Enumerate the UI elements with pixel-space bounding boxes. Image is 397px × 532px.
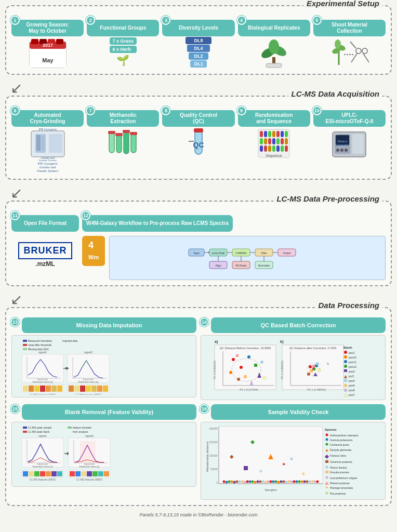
svg-rect-58 — [281, 138, 284, 144]
svg-rect-46 — [260, 131, 263, 137]
svg-point-288 — [311, 480, 314, 483]
step-15-image: LC-MS peak sample LC-MS peak blank featu… — [11, 422, 196, 487]
svg-rect-123 — [34, 385, 39, 392]
preproc-steps-row: 11 Open File Format BRUKER .mzML 12 W4M-… — [11, 211, 386, 280]
step-12-image: 4Wm Input xcms Peak CA — [82, 232, 386, 280]
dl-box-8: DL8 — [186, 37, 211, 44]
bruker-logo: BRUKER — [18, 242, 72, 259]
experimental-setup-section: Experimental Setup 1 Growing Season:May … — [5, 5, 392, 75]
svg-point-279 — [288, 480, 290, 483]
svg-rect-316 — [325, 471, 328, 473]
svg-rect-223 — [23, 471, 28, 476]
svg-text:Corporation: Corporation — [336, 143, 349, 147]
svg-point-76 — [345, 149, 348, 152]
svg-text:CAMERA: CAMERA — [235, 251, 247, 255]
experimental-title: Experimental Setup — [303, 0, 382, 8]
data-processing-section: Data Processing 13 Missing Data Imputati… — [5, 307, 392, 506]
svg-rect-131 — [74, 385, 80, 392]
step-5-image — [313, 36, 386, 69]
svg-rect-169 — [313, 368, 315, 370]
step-4-label: Biological Replicates — [238, 20, 310, 36]
step-5-wrapper: 5 Shoot MaterialCollection — [313, 16, 386, 69]
svg-text:PC 2 (1.8860%): PC 2 (1.8860%) — [281, 360, 284, 379]
step-11-image: BRUKER .mzML — [11, 232, 79, 273]
svg-point-264 — [249, 480, 252, 483]
step-12-wrapper: 12 W4M-Galaxy Workflow to Pre-process Ra… — [82, 211, 386, 280]
svg-rect-28 — [36, 135, 41, 151]
step-5-number: 5 — [312, 16, 322, 25]
svg-text:Feeder System: Feeder System — [39, 159, 57, 161]
svg-text:Geranium pratense: Geranium pratense — [330, 460, 352, 463]
step-14-image: a) b) QC Distance Before Correction: 16.… — [201, 335, 386, 400]
svg-text:noise filter threshold: noise filter threshold — [28, 343, 51, 347]
svg-text:Festuca rubra: Festuca rubra — [330, 454, 346, 457]
svg-rect-52 — [285, 131, 288, 137]
svg-text:QC: QC — [193, 141, 204, 149]
svg-point-275 — [277, 481, 280, 483]
svg-rect-219 — [80, 441, 96, 463]
svg-rect-39 — [123, 130, 130, 133]
step-5-label: Shoot MaterialCollection — [313, 20, 386, 36]
svg-marker-197 — [344, 393, 347, 396]
svg-point-277 — [283, 480, 285, 483]
svg-text:a): a) — [215, 340, 218, 344]
svg-point-149 — [247, 355, 250, 358]
svg-rect-293 — [244, 466, 248, 470]
svg-rect-42 — [194, 128, 203, 132]
svg-point-284 — [301, 480, 303, 483]
step-4-image — [238, 36, 310, 69]
svg-text:Input: Input — [194, 251, 200, 255]
svg-point-265 — [252, 480, 254, 483]
svg-rect-35 — [124, 131, 129, 154]
svg-text:LC-MS features (MDF): LC-MS features (MDF) — [30, 478, 56, 481]
svg-text:Knautia arvensis: Knautia arvensis — [330, 471, 349, 474]
svg-rect-37 — [108, 131, 115, 134]
svg-rect-50 — [276, 131, 280, 137]
step-13-image: Measured Intensities noise filter thresh… — [11, 335, 196, 397]
svg-rect-150 — [254, 364, 257, 367]
svg-point-75 — [340, 149, 343, 152]
svg-rect-140 — [215, 345, 276, 390]
svg-text:✦: ✦ — [325, 486, 328, 489]
svg-rect-47 — [264, 131, 267, 137]
step-16-image: Mahalanobis distance Samples 0 50000 100… — [201, 422, 386, 500]
svg-rect-237 — [98, 471, 103, 476]
svg-rect-54 — [264, 138, 267, 144]
svg-point-17 — [335, 39, 341, 49]
svg-point-255 — [226, 481, 228, 483]
svg-point-266 — [254, 481, 257, 483]
svg-rect-13 — [266, 63, 282, 68]
herb-label: 6 x Herb — [110, 46, 137, 53]
svg-text:Mahalanobis distance: Mahalanobis distance — [206, 441, 209, 472]
step-6-wrapper: 6 AutomatedCryo-Grinding IPB Cryogenic G… — [11, 106, 84, 174]
step-15-number: 15 — [10, 404, 20, 414]
svg-text:xcms Peak: xcms Peak — [212, 251, 225, 255]
svg-text:IPB Cryogenic: IPB Cryogenic — [38, 128, 57, 131]
svg-text:LC-MS peak sample: LC-MS peak sample — [28, 426, 52, 429]
data-proc-grid: 13 Missing Data Imputation Measured Inte… — [11, 317, 386, 500]
svg-text:QC Distance Before Correction:: QC Distance Before Correction: 16.8500 — [220, 347, 271, 350]
step-1-image: 2017 May — [11, 36, 84, 69]
svg-rect-51 — [281, 131, 284, 137]
data-proc-title: Data Processing — [315, 301, 382, 310]
svg-rect-61 — [264, 145, 267, 152]
svg-text:Anthoxanthum odoratum: Anthoxanthum odoratum — [330, 434, 359, 437]
svg-text:Leucanthemum vulgare: Leucanthemum vulgare — [330, 476, 357, 480]
svg-text:◆: ◆ — [230, 454, 234, 459]
dl-box-1: DL1 — [190, 60, 207, 68]
svg-rect-6 — [56, 39, 63, 44]
svg-point-257 — [231, 480, 233, 483]
svg-text:Retention time [s]: Retention time [s] — [33, 380, 54, 383]
svg-point-269 — [262, 480, 264, 483]
svg-rect-203 — [23, 431, 27, 433]
page-container: Experimental Setup 1 Growing Season:May … — [0, 0, 397, 523]
svg-text:pos7: pos7 — [349, 393, 355, 396]
svg-point-260 — [239, 480, 241, 483]
step-7-wrapper: 7 MethanolicExtraction — [87, 106, 159, 160]
step-7-image — [87, 127, 159, 160]
svg-rect-104 — [23, 348, 27, 350]
dl-box-2: DL2 — [189, 52, 208, 60]
svg-rect-232 — [70, 471, 75, 476]
svg-text:pos11: pos11 — [349, 361, 356, 364]
svg-point-287 — [309, 480, 311, 483]
